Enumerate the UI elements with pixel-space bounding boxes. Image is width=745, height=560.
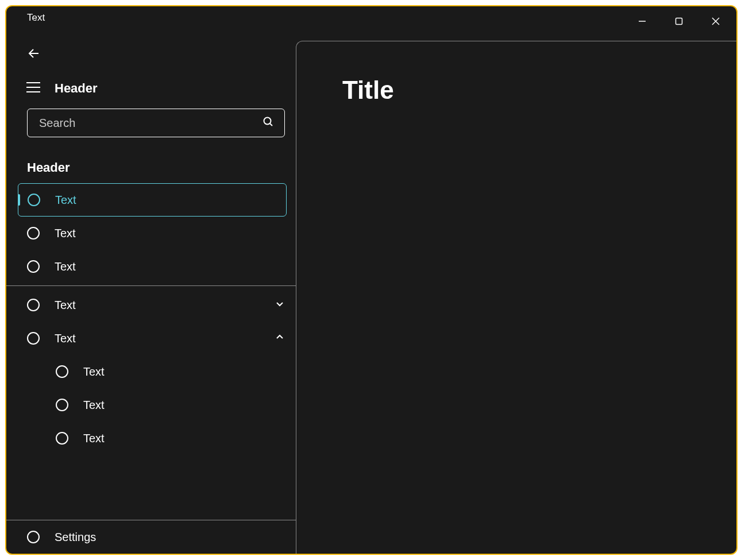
maximize-button[interactable]	[661, 10, 697, 33]
nav-item-label: Text	[55, 299, 260, 312]
nav-item-child[interactable]: Text	[6, 388, 296, 422]
search-icon[interactable]	[263, 116, 274, 130]
nav-item-label: Text	[83, 399, 284, 412]
section-header: Header	[6, 144, 296, 183]
circle-icon	[56, 365, 68, 378]
nav-item[interactable]: Text	[6, 217, 296, 250]
chevron-down-icon	[275, 299, 284, 311]
nav-item-label: Text	[55, 194, 275, 207]
app-window: Text Header	[5, 5, 738, 555]
nav-item-child[interactable]: Text	[6, 355, 296, 388]
nav-item[interactable]: Text	[6, 250, 296, 283]
divider	[6, 285, 296, 286]
page-title: Title	[342, 76, 736, 105]
nav-item-child[interactable]: Text	[6, 422, 296, 455]
sidebar-header-label: Header	[55, 81, 98, 96]
circle-icon	[28, 194, 40, 206]
minimize-button[interactable]	[624, 10, 661, 33]
window-body: Header Header Text Text	[6, 34, 736, 554]
nav-item-label: Settings	[55, 531, 284, 544]
nav-item-selected[interactable]: Text	[18, 183, 287, 217]
spacer	[6, 455, 296, 520]
sidebar: Header Header Text Text	[6, 34, 296, 554]
search-row	[6, 102, 296, 144]
search-box[interactable]	[27, 109, 285, 137]
circle-icon	[56, 399, 68, 411]
nav-item-expandable[interactable]: Text	[6, 288, 296, 322]
nav-item-expandable[interactable]: Text	[6, 322, 296, 355]
window-title: Text	[6, 10, 45, 24]
sidebar-header-row: Header	[6, 71, 296, 102]
nav-item-label: Text	[55, 260, 284, 273]
back-row	[6, 34, 296, 71]
nav-item-label: Text	[83, 432, 284, 445]
window-controls	[624, 10, 736, 33]
circle-icon	[27, 531, 40, 543]
main-content: Title	[296, 41, 736, 554]
back-button[interactable]	[27, 52, 41, 62]
chevron-up-icon	[275, 333, 284, 344]
titlebar: Text	[6, 6, 736, 34]
nav-list: Text Text Text Text	[6, 183, 296, 554]
svg-rect-1	[676, 18, 682, 25]
search-input[interactable]	[39, 117, 263, 130]
close-button[interactable]	[697, 10, 734, 33]
nav-item-label: Text	[55, 332, 260, 345]
hamburger-icon[interactable]	[26, 82, 41, 95]
svg-point-8	[264, 118, 271, 125]
circle-icon	[27, 227, 40, 240]
circle-icon	[56, 432, 68, 445]
circle-icon	[27, 299, 40, 311]
circle-icon	[27, 332, 40, 345]
nav-item-settings[interactable]: Settings	[6, 520, 296, 554]
circle-icon	[27, 260, 40, 273]
nav-item-label: Text	[83, 365, 284, 379]
nav-item-label: Text	[55, 227, 284, 240]
svg-line-9	[270, 123, 272, 126]
